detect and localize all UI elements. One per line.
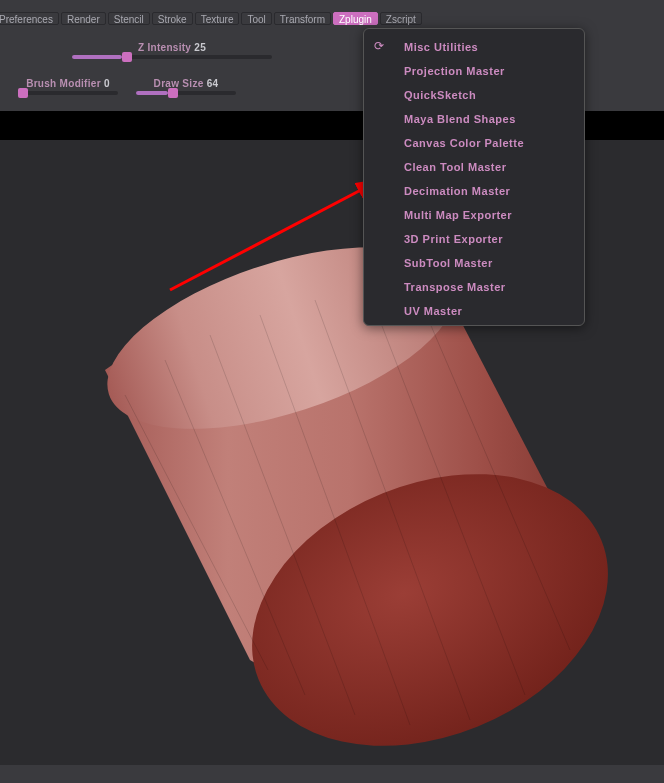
refresh-icon[interactable]: ⟳ xyxy=(374,39,388,53)
bottom-strip xyxy=(0,765,664,783)
plugin-transpose-master[interactable]: Transpose Master xyxy=(364,275,584,299)
plugin-subtool-master[interactable]: SubTool Master xyxy=(364,251,584,275)
plugin-clean-tool-master[interactable]: Clean Tool Master xyxy=(364,155,584,179)
menu-tool[interactable]: Tool xyxy=(241,12,271,25)
zplugin-dropdown: ⟳ Misc Utilities Projection Master Quick… xyxy=(363,28,585,326)
plugin-decimation-master[interactable]: Decimation Master xyxy=(364,179,584,203)
menu-zplugin[interactable]: Zplugin xyxy=(333,12,378,25)
plugin-misc-utilities[interactable]: Misc Utilities xyxy=(364,35,584,59)
plugin-3d-print-exporter[interactable]: 3D Print Exporter xyxy=(364,227,584,251)
menu-transform[interactable]: Transform xyxy=(274,12,331,25)
brush-modifier-label: Brush Modifier 0 xyxy=(26,78,110,89)
plugin-projection-master[interactable]: Projection Master xyxy=(364,59,584,83)
plugin-canvas-color-palette[interactable]: Canvas Color Palette xyxy=(364,131,584,155)
plugin-multi-map-exporter[interactable]: Multi Map Exporter xyxy=(364,203,584,227)
menu-stroke[interactable]: Stroke xyxy=(152,12,193,25)
draw-size-label: Draw Size 64 xyxy=(154,78,219,89)
brush-modifier-value: 0 xyxy=(104,78,110,89)
menubar: Preferences Render Stencil Stroke Textur… xyxy=(0,0,664,26)
z-intensity-slider[interactable]: Z Intensity 25 xyxy=(72,42,272,59)
plugin-uv-master[interactable]: UV Master xyxy=(364,299,584,323)
plugin-maya-blend-shapes[interactable]: Maya Blend Shapes xyxy=(364,107,584,131)
plugin-quicksketch[interactable]: QuickSketch xyxy=(364,83,584,107)
brush-modifier-slider[interactable]: Brush Modifier 0 xyxy=(18,78,118,95)
draw-size-slider[interactable]: Draw Size 64 xyxy=(136,78,236,95)
z-intensity-label: Z Intensity 25 xyxy=(138,42,206,53)
menu-texture[interactable]: Texture xyxy=(195,12,240,25)
z-intensity-value: 25 xyxy=(194,42,206,53)
menu-stencil[interactable]: Stencil xyxy=(108,12,150,25)
draw-size-value: 64 xyxy=(207,78,219,89)
menu-render[interactable]: Render xyxy=(61,12,106,25)
menu-preferences[interactable]: Preferences xyxy=(0,12,59,25)
menu-zscript[interactable]: Zscript xyxy=(380,12,422,25)
